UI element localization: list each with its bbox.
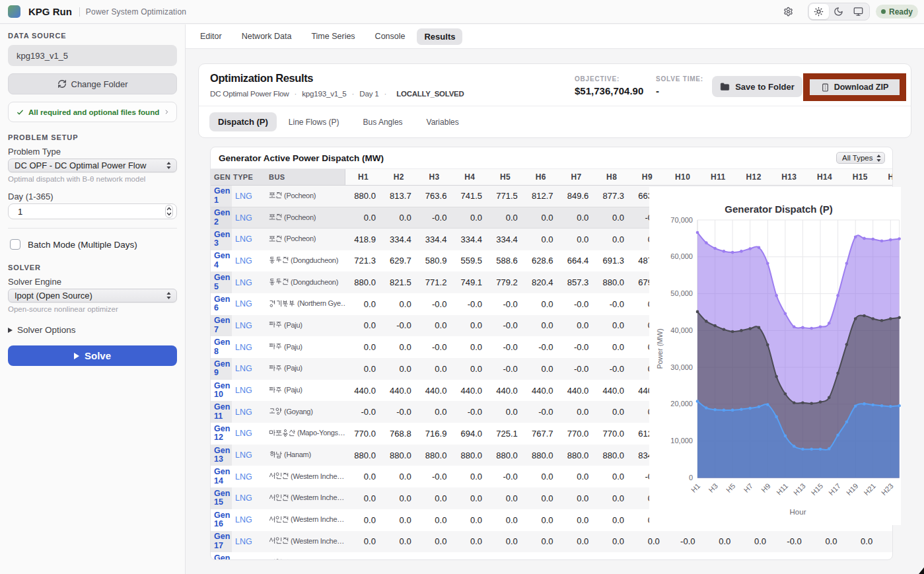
svg-text:Generator Dispatch (P): Generator Dispatch (P) bbox=[725, 203, 832, 215]
svg-text:H3: H3 bbox=[707, 482, 719, 493]
svg-text:10,000: 10,000 bbox=[670, 437, 693, 445]
svg-text:70,000: 70,000 bbox=[670, 216, 693, 224]
svg-text:Power (MW): Power (MW) bbox=[656, 328, 664, 369]
svg-text:H19: H19 bbox=[845, 482, 860, 497]
svg-text:H1: H1 bbox=[690, 482, 701, 493]
svg-text:H5: H5 bbox=[725, 482, 736, 493]
svg-text:H13: H13 bbox=[792, 482, 807, 497]
svg-text:50,000: 50,000 bbox=[670, 289, 693, 297]
svg-text:H23: H23 bbox=[880, 482, 895, 497]
svg-text:Hour: Hour bbox=[790, 508, 806, 516]
svg-text:0: 0 bbox=[689, 474, 693, 482]
svg-text:H7: H7 bbox=[742, 482, 754, 493]
svg-text:H21: H21 bbox=[862, 482, 877, 497]
svg-text:20,000: 20,000 bbox=[670, 400, 693, 408]
svg-text:H15: H15 bbox=[810, 482, 825, 497]
svg-text:H17: H17 bbox=[827, 482, 842, 497]
svg-text:30,000: 30,000 bbox=[670, 363, 693, 371]
svg-text:H9: H9 bbox=[760, 482, 771, 493]
svg-text:60,000: 60,000 bbox=[670, 252, 693, 260]
svg-text:H11: H11 bbox=[775, 482, 789, 496]
svg-text:40,000: 40,000 bbox=[670, 326, 693, 334]
